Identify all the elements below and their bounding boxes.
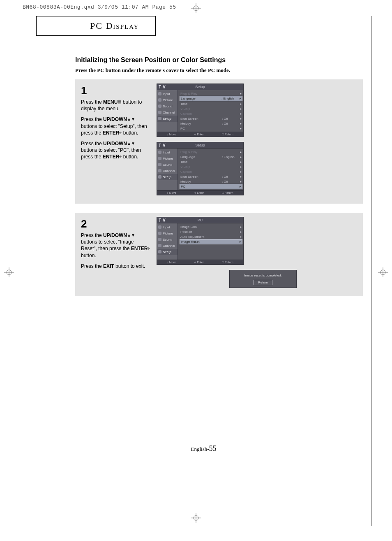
osd-row-label: PC [180,127,222,130]
text: button. [81,253,96,258]
osd-side-item: Input [157,224,178,230]
osd-row-label: Blue Screen [180,117,222,121]
page-footer: English-55 [36,444,371,453]
osd-title: Setup [157,84,243,90]
chevron-right-icon: ▸ [238,225,242,229]
osd-footer-return: □ Return [222,261,233,264]
osd-row-label: Caption [180,170,222,174]
chevron-right-icon: ▸ [238,165,242,169]
dialog-message: Image reset is completed. [232,274,294,277]
osd-row-value: : English [221,97,238,100]
osd-side-item: Picture [157,230,178,237]
osd-footer-move: ↕ Move [167,261,176,264]
osd-side-item: Sound [157,162,178,168]
osd-footer-move: ↕ Move [167,191,176,194]
text: button to exit. [114,263,145,269]
up-down-icon: ↕ [167,261,168,264]
step-2: 2 Press the UP/DOWN▲▼ buttons to select … [75,213,363,296]
osd-side-item: Channel [157,109,178,116]
osd-side-item: Input [157,149,178,156]
osd-row-value: : Off [222,175,238,179]
section-title-box: PC Display [36,16,156,36]
osd-row-value: : Off [222,117,238,121]
text-bold: MENU [103,99,118,105]
chevron-right-icon: ▸ [238,112,242,116]
osd-row-value: : Off [222,122,238,125]
text-bold: EXIT [103,263,114,269]
osd-title: Setup [157,142,243,149]
osd-side-item: Sound [157,237,178,243]
osd-side-item: Channel [157,168,178,174]
osd-row-label: Time [180,102,222,106]
crop-mark-icon [378,267,388,277]
osd-screenshot-pc: T V PC Input Picture Sound Channel Setup… [157,217,244,265]
osd-row-label: Plug & Play [180,150,222,154]
osd-row-value: : English [222,155,238,159]
return-icon: □ [222,133,224,136]
osd-footer-enter: ⎆ Enter [194,133,204,136]
chevron-right-icon: ▸ [238,155,242,159]
chevron-right-icon: ▸ [238,107,242,111]
text: Press the [81,99,103,105]
osd-side-item: Input [157,91,178,97]
text-bold: ENTER [131,246,148,251]
chevron-right-icon: ▸ [238,235,242,239]
osd-tv-label: T V [159,85,166,89]
page-heading: Initializing the Screen Position or Colo… [75,56,363,64]
osd-row-label: V-Chip [180,165,222,169]
text: Press the [81,263,103,269]
dialog-return-button: Return [254,280,272,285]
page-number: 55 [209,444,217,453]
return-icon: □ [222,191,224,194]
chevron-right-icon: ▸ [238,230,242,234]
osd-row-value: : Off [222,180,238,183]
enter-icon: ⎆ [194,191,196,194]
osd-footer-move: ↕ Move [167,133,176,136]
osd-footer-enter: ⎆ Enter [194,261,204,264]
text: Press the [81,232,103,238]
text-bold: ENTER [103,154,120,160]
osd-row-label: PC [181,185,221,188]
text: button. [122,130,138,136]
chevron-right-icon: ▸ [238,170,242,174]
chevron-right-icon: ▸ [238,102,242,106]
osd-side-item-selected: Setup [157,249,178,255]
crop-mark-icon [191,513,201,523]
up-down-icon: ▲▼ [127,117,135,121]
step-1: 1 Press the MENU▤ button to display the … [75,79,363,204]
up-down-icon: ▲▼ [127,141,135,146]
step-number: 2 [81,217,151,231]
osd-row-label: Image Lock [180,225,238,229]
footer-prefix: English- [191,446,209,452]
osd-row-label: Position [180,230,238,234]
osd-footer-return: □ Return [222,133,233,136]
osd-row-label: Melody [180,122,222,125]
text: Press the [81,141,103,146]
osd-screenshot-setup-2: T V Setup Input Picture Sound Channel Se… [157,142,244,195]
osd-footer-return: □ Return [222,191,233,194]
chevron-right-icon: ▸ [238,185,241,188]
osd-row-label: V-Chip [180,107,222,111]
text-bold: UP/DOWN [103,141,127,146]
osd-row-label: Plug & Play [180,92,222,95]
up-down-icon: ▲▼ [127,233,135,237]
up-down-icon: ↕ [167,191,168,194]
osd-row-label: Image Reset [181,240,238,244]
osd-row-label: Language [181,97,221,100]
crop-mark-icon [4,267,14,277]
chevron-right-icon: ▸ [238,175,242,179]
text: button. [122,154,138,160]
chevron-right-icon: ▸ [238,97,241,100]
crop-mark-icon [191,3,201,13]
osd-side-item-selected: Setup [157,174,178,180]
osd-side-item: Picture [157,156,178,162]
osd-screenshot-setup-1: T V Setup Input Picture Sound Channel Se… [157,84,244,137]
chevron-right-icon: ▸ [238,180,242,183]
osd-row-label: Auto Adjustment [180,235,238,239]
step-number: 1 [81,84,151,98]
chevron-right-icon: ▸ [238,117,242,121]
enter-icon: ⎆ [194,133,196,136]
enter-icon: ⎆ [148,246,150,251]
osd-row-label: Melody [180,180,222,183]
osd-dialog: Image reset is completed. Return [229,270,297,288]
